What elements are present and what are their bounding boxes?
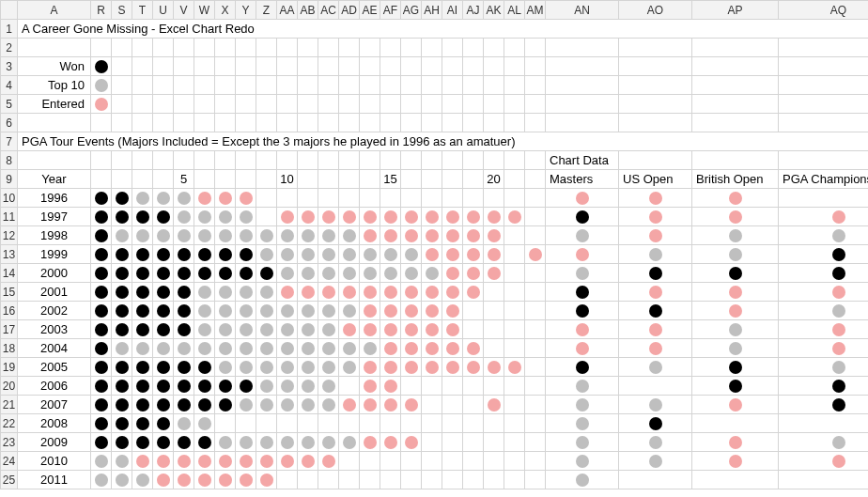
major-masters[interactable]: [546, 396, 619, 414]
event-cell[interactable]: [236, 283, 256, 302]
cell-empty[interactable]: [215, 39, 236, 57]
event-cell[interactable]: [442, 471, 463, 489]
event-cell[interactable]: [422, 320, 442, 339]
cell-empty[interactable]: [91, 39, 112, 57]
event-cell[interactable]: [256, 377, 277, 396]
event-cell[interactable]: [174, 283, 194, 302]
event-cell[interactable]: [525, 283, 546, 302]
cell-empty[interactable]: [463, 170, 484, 189]
event-cell[interactable]: [380, 471, 401, 489]
event-cell[interactable]: [153, 245, 174, 264]
cell-empty[interactable]: [692, 95, 779, 114]
cell-empty[interactable]: [298, 39, 318, 57]
event-cell[interactable]: [442, 189, 463, 208]
year-cell[interactable]: 1998: [18, 226, 91, 245]
cell-empty[interactable]: [463, 76, 484, 95]
cell-empty[interactable]: [442, 39, 463, 57]
legend-label-won[interactable]: Won: [18, 57, 91, 76]
cell-empty[interactable]: [298, 57, 318, 76]
cell-empty[interactable]: [339, 76, 360, 95]
event-cell[interactable]: [153, 339, 174, 358]
cell-empty[interactable]: [401, 39, 422, 57]
major-usopen[interactable]: [619, 433, 692, 452]
event-cell[interactable]: [194, 396, 215, 414]
event-cell[interactable]: [298, 189, 318, 208]
major-pga[interactable]: [779, 396, 869, 414]
cell-empty[interactable]: [546, 57, 619, 76]
event-cell[interactable]: [380, 339, 401, 358]
cell-empty[interactable]: [525, 151, 546, 170]
event-cell[interactable]: [277, 396, 298, 414]
row-header-15[interactable]: 15: [1, 283, 18, 302]
hdr-usopen[interactable]: US Open: [619, 170, 692, 189]
event-cell[interactable]: [360, 339, 380, 358]
event-cell[interactable]: [112, 245, 132, 264]
cell-empty[interactable]: [339, 114, 360, 132]
major-usopen[interactable]: [619, 208, 692, 226]
cell-empty[interactable]: [546, 114, 619, 132]
event-cell[interactable]: [380, 433, 401, 452]
event-cell[interactable]: [174, 226, 194, 245]
cell-empty[interactable]: [215, 57, 236, 76]
major-british[interactable]: [692, 302, 779, 320]
event-cell[interactable]: [360, 377, 380, 396]
col-header-U[interactable]: U: [153, 1, 174, 20]
event-cell[interactable]: [318, 396, 339, 414]
event-cell[interactable]: [298, 208, 318, 226]
event-cell[interactable]: [236, 452, 256, 471]
event-cell[interactable]: [277, 226, 298, 245]
cell-empty[interactable]: [112, 39, 132, 57]
event-cell[interactable]: [504, 264, 525, 283]
event-cell[interactable]: [463, 414, 484, 433]
cell-empty[interactable]: [779, 76, 869, 95]
event-cell[interactable]: [380, 320, 401, 339]
event-cell[interactable]: [236, 245, 256, 264]
event-cell[interactable]: [91, 245, 112, 264]
event-cell[interactable]: [380, 377, 401, 396]
row-header-14[interactable]: 14: [1, 264, 18, 283]
event-cell[interactable]: [298, 245, 318, 264]
col-header-AQ[interactable]: AQ: [779, 1, 869, 20]
event-cell[interactable]: [298, 264, 318, 283]
year-cell[interactable]: 1996: [18, 189, 91, 208]
major-usopen[interactable]: [619, 377, 692, 396]
event-cell[interactable]: [215, 358, 236, 377]
event-cell[interactable]: [504, 302, 525, 320]
row-header-1[interactable]: 1: [1, 20, 18, 39]
event-cell[interactable]: [194, 339, 215, 358]
row-header-13[interactable]: 13: [1, 245, 18, 264]
year-cell[interactable]: 2007: [18, 396, 91, 414]
cell-empty[interactable]: [256, 57, 277, 76]
event-cell[interactable]: [132, 208, 153, 226]
cell-empty[interactable]: [339, 57, 360, 76]
major-masters[interactable]: [546, 339, 619, 358]
row-header-2[interactable]: 2: [1, 39, 18, 57]
row-header-17[interactable]: 17: [1, 320, 18, 339]
major-masters[interactable]: [546, 189, 619, 208]
row-header-5[interactable]: 5: [1, 95, 18, 114]
major-british[interactable]: [692, 245, 779, 264]
row-header-23[interactable]: 23: [1, 433, 18, 452]
event-cell[interactable]: [463, 208, 484, 226]
year-cell[interactable]: 2010: [18, 452, 91, 471]
year-cell[interactable]: 2001: [18, 283, 91, 302]
event-cell[interactable]: [401, 283, 422, 302]
major-pga[interactable]: [779, 339, 869, 358]
col-header-R[interactable]: R: [91, 1, 112, 20]
event-cell[interactable]: [442, 414, 463, 433]
event-cell[interactable]: [215, 339, 236, 358]
event-cell[interactable]: [360, 226, 380, 245]
cell-empty[interactable]: [277, 39, 298, 57]
event-cell[interactable]: [318, 226, 339, 245]
year-header[interactable]: Year: [18, 170, 91, 189]
col-header-Y[interactable]: Y: [236, 1, 256, 20]
cell-empty[interactable]: [380, 114, 401, 132]
cell-empty[interactable]: [525, 170, 546, 189]
cell-empty[interactable]: [504, 151, 525, 170]
event-cell[interactable]: [401, 320, 422, 339]
event-cell[interactable]: [194, 433, 215, 452]
event-cell[interactable]: [422, 226, 442, 245]
event-cell[interactable]: [504, 377, 525, 396]
event-cell[interactable]: [91, 433, 112, 452]
year-cell[interactable]: 2004: [18, 339, 91, 358]
